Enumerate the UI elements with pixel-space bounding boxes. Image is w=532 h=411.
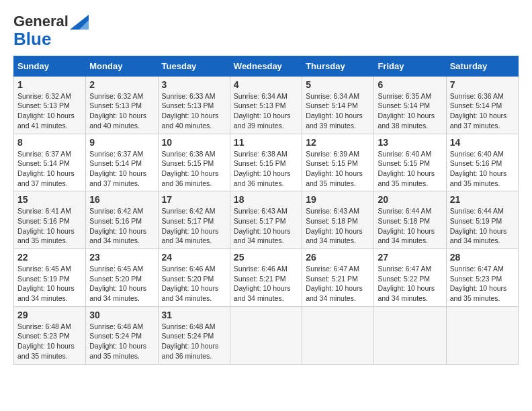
- header-friday: Friday: [374, 56, 446, 76]
- day-detail: Sunrise: 6:35 AM Sunset: 5:14 PM Dayligh…: [378, 91, 442, 131]
- day-detail: Sunrise: 6:33 AM Sunset: 5:13 PM Dayligh…: [162, 91, 226, 131]
- calendar-day-cell: 18Sunrise: 6:43 AM Sunset: 5:17 PM Dayli…: [230, 191, 302, 249]
- calendar-day-cell: 4Sunrise: 6:34 AM Sunset: 5:13 PM Daylig…: [230, 76, 302, 134]
- day-number: 6: [378, 79, 442, 90]
- day-number: 14: [450, 137, 515, 148]
- day-detail: Sunrise: 6:44 AM Sunset: 5:19 PM Dayligh…: [450, 206, 515, 246]
- day-detail: Sunrise: 6:38 AM Sunset: 5:15 PM Dayligh…: [234, 149, 298, 189]
- day-number: 17: [162, 194, 226, 205]
- day-detail: Sunrise: 6:48 AM Sunset: 5:23 PM Dayligh…: [17, 322, 82, 361]
- day-number: 3: [162, 79, 226, 90]
- day-detail: Sunrise: 6:39 AM Sunset: 5:15 PM Dayligh…: [306, 149, 370, 189]
- calendar-day-cell: 13Sunrise: 6:40 AM Sunset: 5:15 PM Dayli…: [374, 134, 446, 191]
- header-saturday: Saturday: [446, 56, 518, 76]
- day-detail: Sunrise: 6:46 AM Sunset: 5:20 PM Dayligh…: [162, 264, 226, 304]
- calendar-week-row: 8Sunrise: 6:37 AM Sunset: 5:14 PM Daylig…: [14, 134, 519, 191]
- day-number: 28: [450, 252, 515, 263]
- day-detail: Sunrise: 6:47 AM Sunset: 5:21 PM Dayligh…: [306, 264, 370, 304]
- calendar-day-cell: 21Sunrise: 6:44 AM Sunset: 5:19 PM Dayli…: [446, 191, 518, 249]
- day-detail: Sunrise: 6:42 AM Sunset: 5:17 PM Dayligh…: [162, 206, 226, 246]
- calendar-day-cell: 16Sunrise: 6:42 AM Sunset: 5:16 PM Dayli…: [86, 191, 158, 249]
- day-number: 10: [162, 137, 226, 148]
- day-detail: Sunrise: 6:41 AM Sunset: 5:16 PM Dayligh…: [17, 206, 82, 246]
- calendar-day-cell: 31Sunrise: 6:48 AM Sunset: 5:24 PM Dayli…: [158, 306, 230, 364]
- day-number: 2: [89, 79, 154, 90]
- day-detail: Sunrise: 6:48 AM Sunset: 5:24 PM Dayligh…: [89, 322, 154, 361]
- day-detail: Sunrise: 6:45 AM Sunset: 5:19 PM Dayligh…: [17, 264, 82, 304]
- day-number: 19: [306, 194, 370, 205]
- header-sunday: Sunday: [14, 56, 86, 76]
- calendar-week-row: 1Sunrise: 6:32 AM Sunset: 5:13 PM Daylig…: [14, 76, 519, 134]
- day-detail: Sunrise: 6:47 AM Sunset: 5:22 PM Dayligh…: [378, 264, 442, 304]
- empty-cell: [374, 306, 446, 364]
- day-number: 9: [89, 137, 154, 148]
- calendar-day-cell: 5Sunrise: 6:34 AM Sunset: 5:14 PM Daylig…: [302, 76, 374, 134]
- header-tuesday: Tuesday: [158, 56, 230, 76]
- day-number: 1: [17, 79, 82, 90]
- day-detail: Sunrise: 6:32 AM Sunset: 5:13 PM Dayligh…: [89, 91, 154, 131]
- day-detail: Sunrise: 6:46 AM Sunset: 5:21 PM Dayligh…: [234, 264, 298, 304]
- calendar-day-cell: 15Sunrise: 6:41 AM Sunset: 5:16 PM Dayli…: [14, 191, 86, 249]
- logo-text: General Blue: [13, 13, 69, 49]
- day-detail: Sunrise: 6:44 AM Sunset: 5:18 PM Dayligh…: [378, 206, 442, 246]
- day-number: 16: [89, 194, 154, 205]
- calendar-day-cell: 26Sunrise: 6:47 AM Sunset: 5:21 PM Dayli…: [302, 249, 374, 307]
- calendar-table: SundayMondayTuesdayWednesdayThursdayFrid…: [13, 56, 519, 365]
- day-number: 8: [17, 137, 82, 148]
- day-number: 5: [306, 79, 370, 90]
- day-number: 7: [450, 79, 515, 90]
- calendar-week-row: 29Sunrise: 6:48 AM Sunset: 5:23 PM Dayli…: [14, 306, 519, 364]
- empty-cell: [302, 306, 374, 364]
- calendar-day-cell: 9Sunrise: 6:37 AM Sunset: 5:14 PM Daylig…: [86, 134, 158, 191]
- logo-icon: [70, 15, 89, 32]
- calendar-day-cell: 3Sunrise: 6:33 AM Sunset: 5:13 PM Daylig…: [158, 76, 230, 134]
- day-number: 22: [17, 252, 82, 263]
- calendar-day-cell: 20Sunrise: 6:44 AM Sunset: 5:18 PM Dayli…: [374, 191, 446, 249]
- day-detail: Sunrise: 6:34 AM Sunset: 5:13 PM Dayligh…: [234, 91, 298, 131]
- day-number: 25: [234, 252, 298, 263]
- day-number: 4: [234, 79, 298, 90]
- calendar-day-cell: 11Sunrise: 6:38 AM Sunset: 5:15 PM Dayli…: [230, 134, 302, 191]
- logo: General Blue: [13, 13, 89, 49]
- day-detail: Sunrise: 6:36 AM Sunset: 5:14 PM Dayligh…: [450, 91, 515, 131]
- calendar-day-cell: 27Sunrise: 6:47 AM Sunset: 5:22 PM Dayli…: [374, 249, 446, 307]
- day-detail: Sunrise: 6:37 AM Sunset: 5:14 PM Dayligh…: [89, 149, 154, 189]
- calendar-day-cell: 19Sunrise: 6:43 AM Sunset: 5:18 PM Dayli…: [302, 191, 374, 249]
- calendar-day-cell: 7Sunrise: 6:36 AM Sunset: 5:14 PM Daylig…: [446, 76, 518, 134]
- day-detail: Sunrise: 6:32 AM Sunset: 5:13 PM Dayligh…: [17, 91, 82, 131]
- calendar-day-cell: 17Sunrise: 6:42 AM Sunset: 5:17 PM Dayli…: [158, 191, 230, 249]
- calendar-day-cell: 14Sunrise: 6:40 AM Sunset: 5:16 PM Dayli…: [446, 134, 518, 191]
- header-monday: Monday: [86, 56, 158, 76]
- calendar-day-cell: 24Sunrise: 6:46 AM Sunset: 5:20 PM Dayli…: [158, 249, 230, 307]
- calendar-week-row: 22Sunrise: 6:45 AM Sunset: 5:19 PM Dayli…: [14, 249, 519, 307]
- day-number: 12: [306, 137, 370, 148]
- day-detail: Sunrise: 6:47 AM Sunset: 5:23 PM Dayligh…: [450, 264, 515, 304]
- day-detail: Sunrise: 6:38 AM Sunset: 5:15 PM Dayligh…: [162, 149, 226, 189]
- day-number: 27: [378, 252, 442, 263]
- header-thursday: Thursday: [302, 56, 374, 76]
- day-number: 13: [378, 137, 442, 148]
- day-number: 15: [17, 194, 82, 205]
- calendar-day-cell: 2Sunrise: 6:32 AM Sunset: 5:13 PM Daylig…: [86, 76, 158, 134]
- calendar-day-cell: 8Sunrise: 6:37 AM Sunset: 5:14 PM Daylig…: [14, 134, 86, 191]
- calendar-week-row: 15Sunrise: 6:41 AM Sunset: 5:16 PM Dayli…: [14, 191, 519, 249]
- empty-cell: [230, 306, 302, 364]
- day-detail: Sunrise: 6:43 AM Sunset: 5:18 PM Dayligh…: [306, 206, 370, 246]
- calendar-day-cell: 28Sunrise: 6:47 AM Sunset: 5:23 PM Dayli…: [446, 249, 518, 307]
- header: General Blue: [13, 13, 519, 49]
- calendar-day-cell: 10Sunrise: 6:38 AM Sunset: 5:15 PM Dayli…: [158, 134, 230, 191]
- header-wednesday: Wednesday: [230, 56, 302, 76]
- day-number: 21: [450, 194, 515, 205]
- day-number: 18: [234, 194, 298, 205]
- day-detail: Sunrise: 6:34 AM Sunset: 5:14 PM Dayligh…: [306, 91, 370, 131]
- day-detail: Sunrise: 6:43 AM Sunset: 5:17 PM Dayligh…: [234, 206, 298, 246]
- day-detail: Sunrise: 6:42 AM Sunset: 5:16 PM Dayligh…: [89, 206, 154, 246]
- calendar-day-cell: 22Sunrise: 6:45 AM Sunset: 5:19 PM Dayli…: [14, 249, 86, 307]
- calendar-day-cell: 29Sunrise: 6:48 AM Sunset: 5:23 PM Dayli…: [14, 306, 86, 364]
- day-number: 31: [162, 310, 226, 320]
- day-number: 23: [89, 252, 154, 263]
- day-number: 20: [378, 194, 442, 205]
- calendar-day-cell: 23Sunrise: 6:45 AM Sunset: 5:20 PM Dayli…: [86, 249, 158, 307]
- calendar-header-row: SundayMondayTuesdayWednesdayThursdayFrid…: [14, 56, 519, 76]
- day-number: 26: [306, 252, 370, 263]
